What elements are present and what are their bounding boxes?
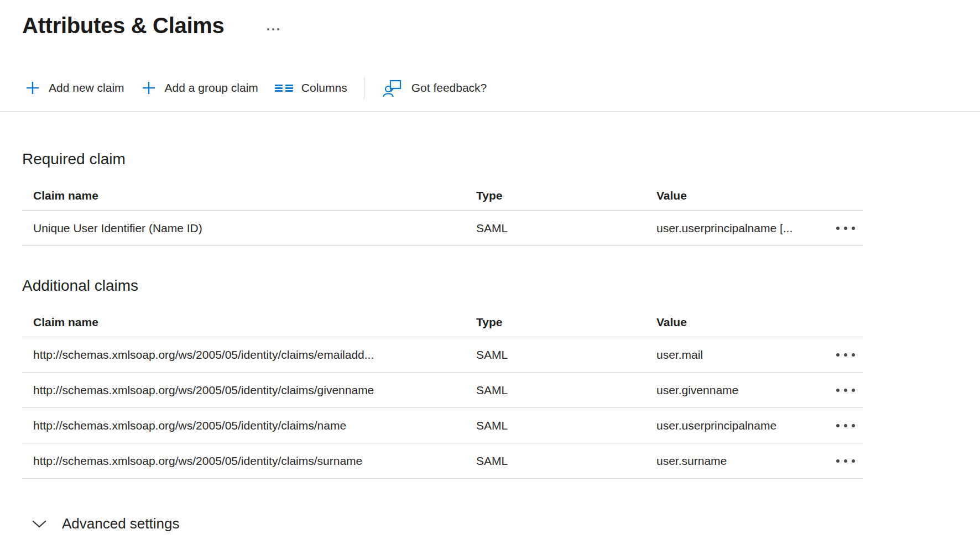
more-options-icon — [277, 28, 279, 30]
table-header-row: Claim name Type Value — [22, 308, 863, 337]
columns-button[interactable]: Columns — [275, 81, 347, 95]
table-header-row: Claim name Type Value — [22, 181, 863, 211]
page-title: Attributes & Claims — [22, 10, 224, 41]
column-header-type: Type — [476, 316, 656, 329]
feedback-person-icon — [381, 77, 403, 99]
claim-value-cell: user.mail — [656, 348, 830, 362]
table-row[interactable]: Unique User Identifier (Name ID) SAML us… — [22, 211, 863, 246]
claim-type-cell: SAML — [476, 384, 656, 397]
add-new-claim-label: Add new claim — [49, 81, 124, 95]
column-header-value: Value — [656, 189, 830, 202]
claim-type-cell: SAML — [476, 454, 656, 468]
columns-label: Columns — [301, 81, 347, 95]
advanced-settings-toggle[interactable]: Advanced settings — [32, 515, 980, 532]
table-row[interactable]: http://schemas.xmlsoap.org/ws/2005/05/id… — [22, 373, 863, 408]
plus-icon — [25, 80, 40, 96]
got-feedback-label: Got feedback? — [411, 81, 487, 95]
add-group-claim-button[interactable]: Add a group claim — [141, 80, 258, 96]
row-menu-button[interactable] — [834, 421, 857, 431]
columns-icon — [275, 85, 293, 92]
claim-value-cell: user.givenname — [656, 384, 830, 397]
claim-name-cell: http://schemas.xmlsoap.org/ws/2005/05/id… — [22, 419, 476, 432]
claim-value-cell: user.userprincipalname [... — [656, 222, 830, 235]
column-header-claim-name: Claim name — [22, 316, 476, 329]
claim-value-cell: user.userprincipalname — [656, 419, 830, 432]
column-header-type: Type — [476, 189, 656, 202]
ellipsis-icon — [836, 353, 840, 357]
page-header: Attributes & Claims — [0, 0, 980, 41]
column-header-value: Value — [656, 316, 830, 329]
more-options-icon — [272, 28, 274, 30]
additional-claims-table: Claim name Type Value http://schemas.xml… — [22, 308, 863, 479]
ellipsis-icon — [836, 424, 840, 427]
toolbar-divider — [364, 77, 364, 99]
ellipsis-icon — [836, 459, 840, 463]
claim-name-cell: http://schemas.xmlsoap.org/ws/2005/05/id… — [22, 384, 476, 397]
table-row[interactable]: http://schemas.xmlsoap.org/ws/2005/05/id… — [22, 408, 863, 443]
row-menu-button[interactable] — [834, 350, 857, 360]
claim-type-cell: SAML — [476, 222, 656, 235]
ellipsis-icon — [836, 227, 840, 230]
add-group-claim-label: Add a group claim — [165, 81, 258, 95]
more-options-button[interactable] — [265, 26, 282, 33]
claim-name-cell: http://schemas.xmlsoap.org/ws/2005/05/id… — [22, 348, 476, 362]
table-row[interactable]: http://schemas.xmlsoap.org/ws/2005/05/id… — [22, 443, 863, 479]
claim-name-cell: Unique User Identifier (Name ID) — [22, 222, 476, 235]
claim-name-cell: http://schemas.xmlsoap.org/ws/2005/05/id… — [22, 454, 476, 468]
required-claim-heading: Required claim — [22, 150, 980, 168]
chevron-down-icon — [32, 520, 46, 528]
row-menu-button[interactable] — [834, 456, 857, 466]
row-menu-button[interactable] — [834, 223, 857, 233]
got-feedback-button[interactable]: Got feedback? — [381, 77, 487, 99]
more-options-icon — [267, 28, 269, 30]
table-row[interactable]: http://schemas.xmlsoap.org/ws/2005/05/id… — [22, 337, 863, 373]
plus-icon — [141, 80, 157, 96]
add-new-claim-button[interactable]: Add new claim — [25, 80, 124, 96]
claim-value-cell: user.surname — [656, 454, 830, 468]
ellipsis-icon — [836, 389, 840, 392]
required-claims-table: Claim name Type Value Unique User Identi… — [22, 181, 863, 246]
row-menu-button[interactable] — [834, 385, 857, 395]
advanced-settings-label: Advanced settings — [62, 515, 179, 532]
claim-type-cell: SAML — [476, 419, 656, 432]
command-bar: Add new claim Add a group claim Columns … — [0, 75, 980, 112]
column-header-claim-name: Claim name — [22, 189, 476, 202]
claim-type-cell: SAML — [476, 348, 656, 362]
additional-claims-heading: Additional claims — [22, 277, 980, 295]
